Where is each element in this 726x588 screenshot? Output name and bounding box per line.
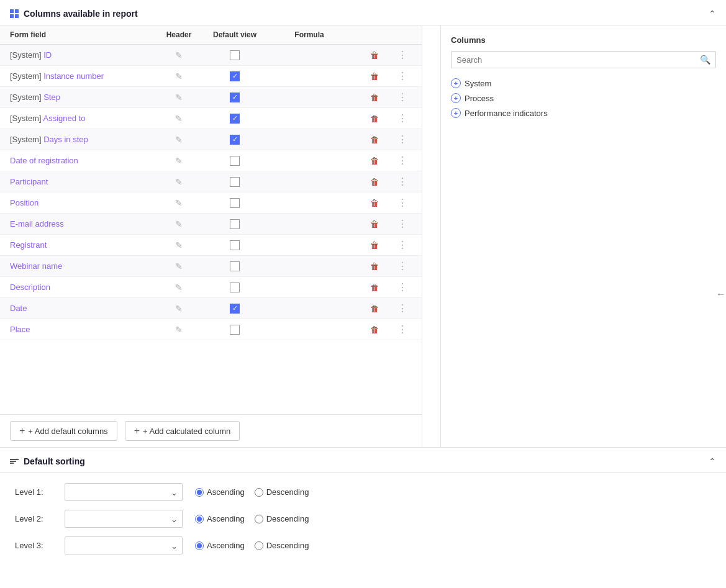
edit-icon-7[interactable]: ✎	[151, 177, 207, 187]
default-view-checkbox-3[interactable]	[207, 93, 263, 102]
default-view-checkbox-6[interactable]	[207, 156, 263, 166]
ascending-radio-0[interactable]	[195, 488, 204, 497]
delete-icon-6[interactable]: 🗑	[356, 156, 393, 166]
checkbox-1[interactable]	[230, 50, 240, 60]
more-icon-8[interactable]: ⋮	[393, 197, 412, 209]
delete-icon-1[interactable]: 🗑	[356, 50, 393, 60]
edit-icon-11[interactable]: ✎	[151, 261, 207, 271]
checkbox-7[interactable]	[230, 177, 240, 187]
default-view-checkbox-1[interactable]	[207, 50, 263, 60]
descending-label-0[interactable]: Descending	[255, 487, 309, 497]
tree-item-1[interactable]: + Process	[451, 91, 716, 106]
checkbox-5[interactable]	[230, 135, 240, 145]
checkbox-13[interactable]	[230, 304, 240, 314]
more-icon-1[interactable]: ⋮	[393, 49, 412, 61]
ascending-radio-1[interactable]	[195, 515, 204, 523]
more-icon-14[interactable]: ⋮	[393, 323, 412, 335]
sorting-section-header: Default sorting ⌃	[0, 448, 726, 473]
checkbox-4[interactable]	[230, 114, 240, 124]
radio-group-0: Ascending Descending	[195, 487, 309, 497]
descending-radio-2[interactable]	[255, 541, 263, 550]
default-view-checkbox-9[interactable]	[207, 219, 263, 229]
ascending-label-2[interactable]: Ascending	[195, 541, 245, 550]
checkbox-10[interactable]	[230, 240, 240, 250]
checkbox-9[interactable]	[230, 219, 240, 229]
ascending-text-2: Ascending	[207, 541, 245, 550]
default-view-checkbox-5[interactable]	[207, 135, 263, 145]
edit-icon-8[interactable]: ✎	[151, 198, 207, 208]
more-icon-2[interactable]: ⋮	[393, 70, 412, 82]
delete-icon-7[interactable]: 🗑	[356, 177, 393, 187]
default-view-checkbox-10[interactable]	[207, 240, 263, 250]
checkbox-14[interactable]	[230, 325, 240, 335]
edit-icon-12[interactable]: ✎	[151, 283, 207, 292]
delete-icon-4[interactable]: 🗑	[356, 114, 393, 124]
checkbox-6[interactable]	[230, 156, 240, 166]
edit-icon-2[interactable]: ✎	[151, 71, 207, 81]
add-default-columns-button[interactable]: + + Add default columns	[10, 421, 117, 441]
delete-icon-14[interactable]: 🗑	[356, 325, 393, 335]
edit-icon-10[interactable]: ✎	[151, 240, 207, 250]
columns-section-title: Columns available in report	[10, 9, 138, 19]
edit-icon-13[interactable]: ✎	[151, 304, 207, 314]
delete-icon-9[interactable]: 🗑	[356, 219, 393, 229]
edit-icon-5[interactable]: ✎	[151, 135, 207, 145]
delete-icon-11[interactable]: 🗑	[356, 261, 393, 271]
descending-label-1[interactable]: Descending	[255, 514, 309, 523]
more-icon-6[interactable]: ⋮	[393, 155, 412, 166]
descending-label-2[interactable]: Descending	[255, 541, 309, 550]
sort-select-2[interactable]	[65, 536, 183, 554]
checkbox-2[interactable]	[230, 71, 240, 81]
default-view-checkbox-4[interactable]	[207, 114, 263, 124]
default-view-checkbox-7[interactable]	[207, 177, 263, 187]
default-view-checkbox-14[interactable]	[207, 325, 263, 335]
descending-radio-1[interactable]	[255, 515, 263, 523]
delete-icon-2[interactable]: 🗑	[356, 71, 393, 81]
more-icon-11[interactable]: ⋮	[393, 260, 412, 272]
default-view-checkbox-2[interactable]	[207, 71, 263, 81]
tree-item-2[interactable]: + Performance indicators	[451, 106, 716, 120]
more-icon-12[interactable]: ⋮	[393, 281, 412, 293]
sort-select-0[interactable]	[65, 483, 183, 501]
add-calculated-column-button[interactable]: + + Add calculated column	[125, 421, 240, 441]
delete-icon-5[interactable]: 🗑	[356, 135, 393, 145]
edit-icon-9[interactable]: ✎	[151, 219, 207, 229]
delete-icon-8[interactable]: 🗑	[356, 198, 393, 208]
default-view-checkbox-12[interactable]	[207, 283, 263, 292]
ascending-label-1[interactable]: Ascending	[195, 514, 245, 523]
delete-icon-3[interactable]: 🗑	[356, 93, 393, 102]
sorting-collapse-icon[interactable]: ⌃	[709, 456, 716, 466]
checkbox-8[interactable]	[230, 198, 240, 208]
search-input[interactable]	[456, 55, 700, 65]
more-icon-4[interactable]: ⋮	[393, 112, 412, 124]
ascending-radio-2[interactable]	[195, 541, 204, 550]
ascending-label-0[interactable]: Ascending	[195, 487, 245, 497]
descending-radio-0[interactable]	[255, 488, 263, 497]
columns-collapse-icon[interactable]: ⌃	[709, 9, 716, 19]
checkbox-12[interactable]	[230, 283, 240, 292]
sort-select-1[interactable]	[65, 510, 183, 528]
edit-icon-3[interactable]: ✎	[151, 93, 207, 102]
checkbox-11[interactable]	[230, 261, 240, 271]
default-view-checkbox-11[interactable]	[207, 261, 263, 271]
more-icon-7[interactable]: ⋮	[393, 176, 412, 188]
table-row: Date of registration ✎ 🗑 ⋮	[0, 150, 422, 171]
edit-icon-14[interactable]: ✎	[151, 325, 207, 335]
tree-item-0[interactable]: + System	[451, 76, 716, 91]
more-icon-10[interactable]: ⋮	[393, 239, 412, 251]
more-icon-5[interactable]: ⋮	[393, 133, 412, 145]
delete-icon-13[interactable]: 🗑	[356, 304, 393, 314]
delete-icon-12[interactable]: 🗑	[356, 283, 393, 292]
edit-icon-1[interactable]: ✎	[151, 50, 207, 60]
edit-icon-4[interactable]: ✎	[151, 114, 207, 124]
more-icon-3[interactable]: ⋮	[393, 91, 412, 103]
left-arrow-icon[interactable]: ←	[716, 289, 726, 300]
more-icon-13[interactable]: ⋮	[393, 302, 412, 314]
checkbox-3[interactable]	[230, 93, 240, 102]
more-icon-9[interactable]: ⋮	[393, 218, 412, 230]
edit-icon-6[interactable]: ✎	[151, 156, 207, 166]
default-view-checkbox-13[interactable]	[207, 304, 263, 314]
field-name-12: Description	[10, 283, 151, 292]
delete-icon-10[interactable]: 🗑	[356, 240, 393, 250]
default-view-checkbox-8[interactable]	[207, 198, 263, 208]
